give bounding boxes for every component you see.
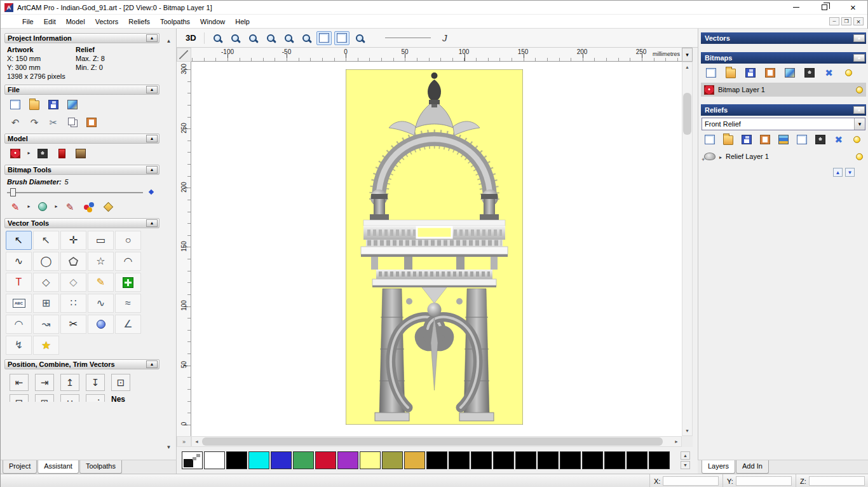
face-wizard-icon[interactable] <box>7 146 24 161</box>
line-width-sample[interactable] <box>385 38 431 38</box>
align-right-icon[interactable]: ⇥ <box>35 374 54 391</box>
paint-brush-icon[interactable]: ✎ <box>7 199 24 214</box>
toggle-all-bitmaps-icon[interactable] <box>839 65 858 79</box>
interactive-trim-icon[interactable] <box>88 315 114 334</box>
assistant-panel-scrollbar[interactable] <box>164 36 173 452</box>
collapse-section-icon[interactable] <box>146 360 158 368</box>
collapse-section-icon[interactable] <box>146 86 158 93</box>
brush-diameter-slider[interactable] <box>7 188 153 197</box>
collapse-section-icon[interactable] <box>853 34 865 42</box>
bitmap-layer-row[interactable]: Bitmap Layer 1 <box>701 83 866 97</box>
save-model-icon[interactable] <box>45 97 62 112</box>
block-paste-icon[interactable] <box>115 273 141 292</box>
color-swatch[interactable] <box>426 451 447 469</box>
fillet-icon[interactable]: ◇ <box>60 273 86 292</box>
scroll-up-icon[interactable] <box>682 62 692 72</box>
combo-dropdown-icon[interactable] <box>854 118 865 130</box>
color-swatch[interactable] <box>204 451 225 469</box>
zoom-objects-icon[interactable] <box>281 31 296 45</box>
nesting-icon[interactable]: ∷ <box>60 294 86 313</box>
tab-project[interactable]: Project <box>3 460 37 474</box>
tab-add-in[interactable]: Add In <box>736 460 769 474</box>
menu-vectors[interactable]: Vectors <box>90 16 124 27</box>
node-editing-icon[interactable]: ↖ <box>33 231 59 250</box>
color-swatch[interactable] <box>337 451 358 469</box>
copy-icon[interactable] <box>64 114 81 130</box>
zoom-previous-icon[interactable] <box>299 31 314 45</box>
zoom-window-icon[interactable] <box>245 31 261 45</box>
mdi-restore-icon[interactable] <box>841 17 851 25</box>
menu-edit[interactable]: Edit <box>39 16 61 27</box>
new-relief-layer-icon[interactable] <box>702 132 719 146</box>
color-swatch[interactable] <box>293 451 314 469</box>
texture-relief-icon[interactable] <box>34 146 51 161</box>
bitmap-to-vector-icon[interactable]: ⊞ <box>33 294 59 313</box>
align-centre-icon[interactable]: ⊡ <box>111 374 130 391</box>
delete-relief-layer-icon[interactable]: ✖ <box>830 132 847 146</box>
relief-selector[interactable]: Front Relief <box>702 118 865 130</box>
minimize-icon[interactable] <box>782 1 810 14</box>
collapse-section-icon[interactable] <box>146 135 158 142</box>
mdi-close-icon[interactable] <box>853 17 864 25</box>
menu-model[interactable]: Model <box>61 16 90 27</box>
create-ellipse-icon[interactable]: ◯ <box>33 252 59 271</box>
offset-vectors-icon[interactable]: ◇ <box>33 273 59 292</box>
delete-bitmap-layer-icon[interactable]: ✖ <box>820 65 838 79</box>
horizontal-scrollbar[interactable] <box>191 436 682 447</box>
combine-subtract-icon[interactable]: ⊞ <box>35 394 54 402</box>
relief-stack-icon[interactable] <box>775 132 792 146</box>
snap-toggle-left-icon[interactable] <box>316 31 332 45</box>
color-swatch[interactable] <box>582 451 603 469</box>
vertical-scrollbar[interactable] <box>682 62 693 436</box>
create-polygon-icon[interactable] <box>60 252 86 271</box>
export-model-icon[interactable] <box>64 97 81 112</box>
open-relief-icon[interactable] <box>720 132 737 146</box>
restore-icon[interactable] <box>810 1 839 14</box>
section-profile-icon[interactable]: ↯ <box>6 336 32 355</box>
contrast-icon[interactable] <box>800 65 818 79</box>
horizontal-scroll-thumb[interactable] <box>202 437 663 446</box>
colour-palette-icon[interactable] <box>81 199 97 214</box>
color-swatch[interactable] <box>271 451 292 469</box>
move-layer-down-icon[interactable] <box>845 168 855 177</box>
face-photo-icon[interactable] <box>72 146 89 161</box>
zoom-fit-icon[interactable] <box>263 31 278 45</box>
relief-layer-visibility-icon[interactable] <box>856 153 863 160</box>
paint-selective-icon[interactable] <box>34 199 51 214</box>
block-copy-icon[interactable]: ⋰ <box>86 394 105 402</box>
move-layer-up-icon[interactable] <box>833 168 843 177</box>
open-model-icon[interactable] <box>26 97 43 112</box>
scroll-right-icon[interactable] <box>672 437 681 446</box>
canvas-2d-view[interactable] <box>191 62 682 436</box>
color-swatch[interactable] <box>560 451 581 469</box>
align-left-icon[interactable]: ⇤ <box>10 374 29 391</box>
slider-handle[interactable] <box>10 188 16 196</box>
zoom-out-icon[interactable] <box>227 31 243 45</box>
wizard-star-icon[interactable]: ★ <box>33 336 59 355</box>
close-icon[interactable] <box>839 1 867 14</box>
flyout-arrow-icon[interactable]: ▸ <box>53 199 59 214</box>
line-style-selector[interactable]: J <box>436 31 454 46</box>
duplicate-relief-icon[interactable] <box>793 132 810 146</box>
collapse-section-icon[interactable] <box>853 54 865 62</box>
select-vectors-icon[interactable]: ↖ <box>6 231 32 250</box>
menu-toolpaths[interactable]: Toolpaths <box>155 16 195 27</box>
palette-scroll-up-icon[interactable] <box>681 451 690 460</box>
transparency-icon[interactable] <box>780 65 799 79</box>
tab-layers[interactable]: Layers <box>702 460 735 474</box>
trim-vectors-icon[interactable]: ✂ <box>60 315 86 334</box>
color-swatch[interactable] <box>493 451 514 469</box>
redo-icon[interactable]: ↷ <box>26 114 43 130</box>
tab-toolpaths[interactable]: Toolpaths <box>79 460 122 474</box>
color-swatch[interactable] <box>515 451 536 469</box>
open-bitmap-icon[interactable] <box>721 65 740 79</box>
create-star-icon[interactable]: ☆ <box>88 252 114 271</box>
measure-icon[interactable]: ∠ <box>115 315 141 334</box>
save-relief-icon[interactable] <box>738 132 756 146</box>
merge-bitmap-icon[interactable] <box>761 65 779 79</box>
toggle-all-reliefs-icon[interactable] <box>848 132 865 146</box>
sculpting-icon[interactable] <box>53 146 70 161</box>
create-circle-icon[interactable]: ○ <box>115 231 141 250</box>
undo-icon[interactable]: ↶ <box>7 114 24 130</box>
color-swatch[interactable] <box>382 451 403 469</box>
